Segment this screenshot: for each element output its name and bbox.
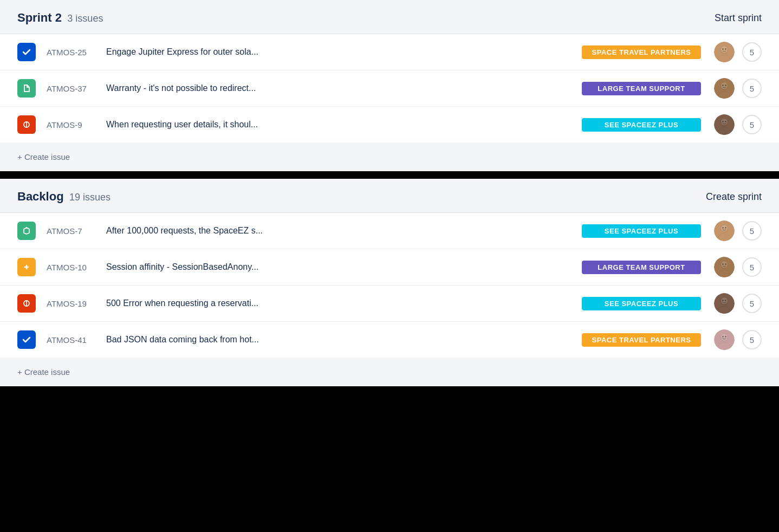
svg-point-49: [718, 342, 730, 350]
table-row[interactable]: ATMOS-10 Session affinity - SessionBased…: [0, 249, 779, 286]
avatar: [714, 42, 735, 62]
issue-points: 5: [742, 294, 762, 313]
svg-point-19: [718, 127, 730, 135]
svg-point-6: [725, 48, 726, 49]
svg-point-44: [722, 300, 723, 301]
issue-label[interactable]: SPACE TRAVEL PARTNERS: [582, 46, 701, 59]
issue-label[interactable]: SEE SPACEEZ PLUS: [582, 224, 701, 238]
svg-point-22: [725, 121, 726, 122]
issue-id: ATMOS-10: [47, 263, 106, 272]
svg-point-35: [722, 263, 723, 264]
issue-title: Bad JSON data coming back from hot...: [106, 335, 582, 345]
issue-id: ATMOS-25: [47, 48, 106, 57]
backlog-issues-table: ATMOS-7 After 100,000 requests, the Spac…: [0, 212, 779, 358]
issue-id: ATMOS-19: [47, 299, 106, 308]
svg-point-33: [718, 270, 730, 277]
svg-point-28: [722, 227, 723, 228]
issue-type-icon: [17, 222, 36, 240]
svg-point-5: [722, 48, 723, 49]
svg-point-26: [718, 233, 730, 241]
avatar: [714, 257, 735, 277]
issue-type-icon: [17, 258, 36, 276]
create-sprint-button[interactable]: Create sprint: [706, 191, 762, 203]
table-row[interactable]: ATMOS-19 500 Error when requesting a res…: [0, 286, 779, 322]
issue-type-icon: [17, 115, 36, 134]
issue-points: 5: [742, 79, 762, 98]
backlog-create-issue[interactable]: + Create issue: [0, 358, 779, 386]
issue-title: 500 Error when requesting a reservati...: [106, 299, 582, 308]
issue-type-icon: [17, 330, 36, 349]
backlog-header: Backlog 19 issues Create sprint: [0, 179, 779, 212]
sprint-title: Sprint 2 3 issues: [17, 11, 103, 25]
svg-point-42: [718, 306, 730, 314]
avatar: [714, 78, 735, 99]
svg-rect-23: [21, 225, 32, 236]
issue-type-icon: [17, 79, 36, 98]
issue-label[interactable]: SPACE TRAVEL PARTNERS: [582, 333, 701, 347]
sprint-panel: Sprint 2 3 issues Start sprint ATMOS-25 …: [0, 0, 779, 171]
issue-id: ATMOS-7: [47, 226, 106, 236]
issue-points: 5: [742, 330, 762, 349]
issue-id: ATMOS-37: [47, 84, 106, 93]
issue-title: Warranty - it's not possible to redirect…: [106, 83, 582, 93]
svg-rect-7: [21, 83, 32, 94]
table-row[interactable]: ATMOS-9 When requesting user details, it…: [0, 107, 779, 142]
issue-type-icon: [17, 294, 36, 313]
svg-point-21: [722, 121, 723, 122]
issue-title: Engage Jupiter Express for outer sola...: [106, 47, 582, 57]
issue-points: 5: [742, 257, 762, 277]
backlog-title: Backlog 19 issues: [17, 190, 111, 204]
issue-id: ATMOS-41: [47, 335, 106, 345]
sprint-issues-table: ATMOS-25 Engage Jupiter Express for oute…: [0, 34, 779, 142]
issue-label[interactable]: SEE SPACEEZ PLUS: [582, 297, 701, 310]
svg-point-3: [718, 55, 730, 62]
avatar: [714, 329, 735, 350]
issue-label[interactable]: LARGE TEAM SUPPORT: [582, 261, 701, 274]
sprint-create-issue[interactable]: + Create issue: [0, 142, 779, 171]
sprint-header: Sprint 2 3 issues Start sprint: [0, 0, 779, 34]
avatar: [714, 293, 735, 314]
svg-point-10: [718, 91, 730, 99]
start-sprint-button[interactable]: Start sprint: [715, 12, 762, 24]
svg-point-52: [725, 336, 726, 337]
svg-point-45: [725, 300, 726, 301]
issue-points: 5: [742, 115, 762, 134]
issue-label[interactable]: SEE SPACEEZ PLUS: [582, 118, 701, 132]
backlog-panel: Backlog 19 issues Create sprint ATMOS-7 …: [0, 179, 779, 386]
avatar: [714, 220, 735, 241]
svg-point-13: [725, 85, 726, 86]
issue-id: ATMOS-9: [47, 120, 106, 129]
issue-title: After 100,000 requests, the SpaceEZ s...: [106, 226, 582, 236]
svg-point-12: [722, 85, 723, 86]
svg-point-29: [725, 227, 726, 228]
svg-point-36: [725, 263, 726, 264]
issue-label[interactable]: LARGE TEAM SUPPORT: [582, 82, 701, 95]
table-row[interactable]: ATMOS-41 Bad JSON data coming back from …: [0, 322, 779, 358]
issue-type-icon: [17, 43, 36, 61]
issue-points: 5: [742, 221, 762, 241]
panel-separator: [0, 171, 779, 179]
avatar: [714, 114, 735, 135]
table-row[interactable]: ATMOS-25 Engage Jupiter Express for oute…: [0, 34, 779, 70]
issue-title: Session affinity - SessionBasedAnony...: [106, 262, 582, 272]
issue-title: When requesting user details, it shoul..…: [106, 120, 582, 129]
table-row[interactable]: ATMOS-7 After 100,000 requests, the Spac…: [0, 213, 779, 249]
svg-point-51: [722, 336, 723, 337]
table-row[interactable]: ATMOS-37 Warranty - it's not possible to…: [0, 70, 779, 107]
issue-points: 5: [742, 42, 762, 62]
